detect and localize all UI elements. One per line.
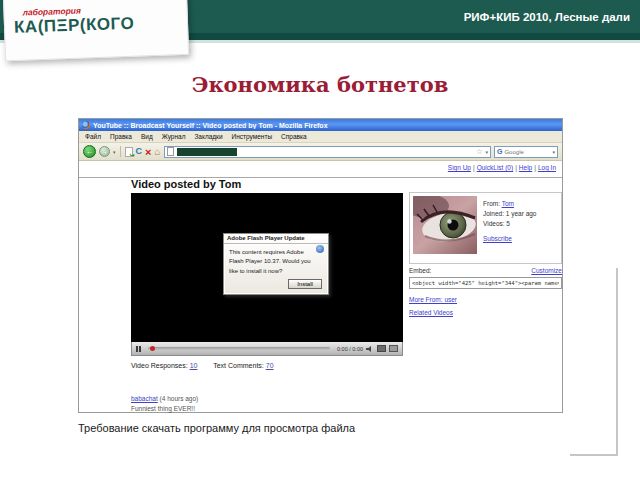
speaker-icon[interactable]: [366, 345, 374, 353]
video-screen[interactable]: Adobe Flash Player Update This content r…: [131, 193, 403, 342]
browser-menubar: Файл Правка Вид Журнал Закладки Инструме…: [79, 131, 562, 143]
stop-icon[interactable]: ×: [145, 147, 151, 157]
uploader-name-link[interactable]: Tom: [502, 200, 514, 207]
history-caret-icon[interactable]: ▾: [113, 149, 116, 155]
time-display: 0:00 / 0:00: [337, 346, 363, 352]
address-redaction: [177, 148, 237, 156]
video-heading: Video posted by Tom: [131, 178, 241, 190]
firefox-icon: [82, 121, 90, 129]
new-tab-icon[interactable]: ↪: [125, 147, 133, 157]
dialog-body-text: This content requires Adobe Flash Player…: [224, 244, 328, 276]
refresh-icon[interactable]: C: [136, 147, 143, 156]
login-link[interactable]: Log In: [538, 164, 556, 171]
related-videos-link[interactable]: Related Videos: [409, 309, 453, 316]
from-label: From:: [483, 200, 500, 207]
dialog-title: Adobe Flash Player Update: [224, 234, 328, 244]
fullscreen-icon[interactable]: [389, 345, 398, 352]
install-button[interactable]: Install: [288, 279, 322, 289]
browser-navbar: ← → ▾ ↪ C × ⌂ ☆ ▾ G ▾: [79, 143, 562, 161]
uploader-box: From: Tom Joined: 1 year ago Videos: 5 S…: [409, 192, 562, 264]
uploader-info: From: Tom Joined: 1 year ago Videos: 5 S…: [483, 196, 536, 260]
seek-bar[interactable]: [148, 347, 330, 350]
embed-label: Embed:: [409, 267, 431, 274]
related-videos-row: Related Videos: [409, 309, 453, 316]
uploader-eye-thumbnail: [413, 196, 477, 254]
menu-tools[interactable]: Инструменты: [232, 133, 273, 140]
address-bar[interactable]: ☆ ▾: [164, 146, 492, 158]
window-title: YouTube :: Broadcast Yourself :: Video p…: [93, 122, 328, 129]
address-dropdown-icon[interactable]: ▾: [485, 149, 488, 155]
help-link[interactable]: Help: [519, 164, 532, 171]
search-input[interactable]: [504, 149, 550, 155]
bookmark-star-icon[interactable]: ☆: [476, 148, 482, 155]
slide-caption: Требование скачать программу для просмот…: [78, 422, 355, 434]
text-comments-label: Text Comments:: [213, 362, 264, 369]
menu-bookmarks[interactable]: Закладки: [194, 133, 222, 140]
more-from-row: More From: user: [409, 296, 457, 303]
link-separator: |: [473, 164, 475, 171]
page-edge-horizontal: [570, 454, 618, 456]
page-edge-vertical: [616, 268, 618, 456]
flash-update-dialog: Adobe Flash Player Update This content r…: [223, 233, 329, 295]
subscribe-link[interactable]: Subscribe: [483, 234, 512, 244]
menu-help[interactable]: Справка: [281, 133, 307, 140]
menu-history[interactable]: Журнал: [162, 133, 186, 140]
youtube-header: Sign Up|QuickList (0)|Help|Log In: [79, 161, 562, 178]
video-responses-count[interactable]: 10: [190, 362, 198, 369]
text-comments-count[interactable]: 70: [266, 362, 274, 369]
back-button-icon[interactable]: ←: [83, 145, 96, 158]
embed-row: Embed: Customize: [409, 267, 562, 274]
home-icon[interactable]: ⌂: [154, 147, 160, 157]
link-separator: |: [515, 164, 517, 171]
menu-edit[interactable]: Правка: [110, 133, 132, 140]
search-engine-caret-icon[interactable]: ▾: [552, 149, 555, 155]
signup-link[interactable]: Sign Up: [448, 164, 471, 171]
menu-view[interactable]: Вид: [141, 133, 153, 140]
link-separator: |: [534, 164, 536, 171]
menu-file[interactable]: Файл: [85, 133, 101, 140]
seek-handle[interactable]: [150, 346, 155, 351]
player-controls: 0:00 / 0:00: [131, 342, 403, 356]
quicklist-link[interactable]: QuickList (0): [477, 164, 513, 171]
embed-code-input[interactable]: [409, 277, 562, 289]
comment-author-link[interactable]: babachat: [131, 395, 158, 402]
search-box[interactable]: G ▾: [494, 146, 558, 158]
customize-link[interactable]: Customize: [531, 267, 562, 274]
more-from-link[interactable]: More From: user: [409, 296, 457, 303]
browser-window: YouTube :: Broadcast Yourself :: Video p…: [78, 118, 563, 413]
browser-titlebar: YouTube :: Broadcast Yourself :: Video p…: [79, 119, 562, 131]
uploader-joined: Joined: 1 year ago: [483, 210, 536, 217]
comment-item: babachat (4 hours ago) Funniest thing EV…: [131, 394, 198, 415]
help-icon: [316, 245, 324, 253]
video-responses-label: Video Responses:: [131, 362, 188, 369]
new-tab-arrow-icon: ↪: [129, 151, 134, 158]
kaspersky-logo: лаборатория КА(ПΞР(КОГО: [3, 0, 189, 61]
uploader-videos: Videos: 5: [483, 220, 510, 227]
presentation-slide: РИФ+КИБ 2010, Лесные дали лаборатория КА…: [0, 0, 640, 480]
forward-button-icon[interactable]: →: [99, 146, 110, 157]
quality-icon[interactable]: [377, 345, 386, 352]
page-title: Экономика ботнетов: [0, 72, 640, 97]
conference-title: РИФ+КИБ 2010, Лесные дали: [464, 11, 630, 23]
video-player: Adobe Flash Player Update This content r…: [131, 193, 403, 356]
kaspersky-logo-main-text: КА(ПΞР(КОГО: [14, 14, 135, 38]
comment-text: Funniest thing EVER!!: [131, 405, 195, 412]
toolbar-separator: [120, 146, 121, 157]
pause-icon[interactable]: [136, 346, 141, 352]
google-icon: G: [497, 148, 502, 155]
comment-age: (4 hours ago): [160, 395, 199, 402]
page-favicon: [167, 147, 174, 156]
responses-row: Video Responses: 10 Text Comments: 70: [131, 362, 274, 369]
